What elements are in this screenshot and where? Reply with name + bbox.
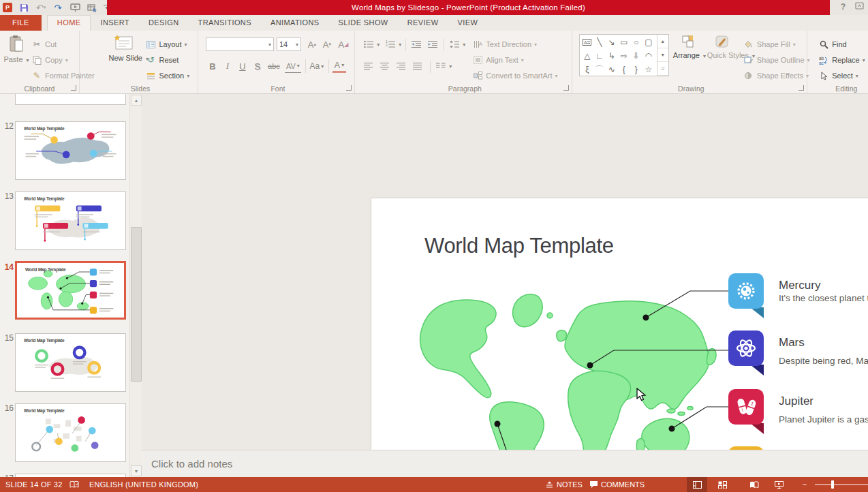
reset-button[interactable]: ↺Reset [145,53,179,67]
callout-name-mercury[interactable]: Mercury [779,279,820,292]
mercury-bubble-icon[interactable] [727,273,766,320]
tab-review[interactable]: REVIEW [398,15,448,31]
zoom-slider-track[interactable] [815,485,868,485]
language-indicator[interactable]: ENGLISH (UNITED KINGDOM) [89,477,198,492]
underline-button[interactable]: U [237,59,248,73]
notes-pane[interactable]: Click to add notes [142,450,868,477]
shape-left-brace[interactable]: { [618,63,630,76]
align-left-button[interactable] [363,59,374,73]
align-text-button[interactable]: Align Text▾ [472,53,524,67]
shapes-scroll-up-icon[interactable]: ▲ [657,35,668,48]
align-center-button[interactable] [379,59,390,73]
tab-home[interactable]: HOME [47,15,91,31]
spellcheck-button[interactable] [69,477,79,492]
bold-button[interactable]: B [207,59,218,73]
quick-styles-button[interactable]: Quick Styles [707,33,737,61]
paragraph-dialog-launcher[interactable] [563,85,569,91]
undo-icon[interactable]: ↶▾ [35,2,46,13]
change-case-button[interactable]: Aa [309,59,324,73]
shape-line[interactable]: ╲ [593,35,606,49]
comments-toggle-button[interactable]: COMMENTS [589,477,645,492]
line-spacing-button[interactable]: ▾ [449,37,465,51]
columns-button[interactable]: ▾ [435,59,452,73]
shapes-gallery-more-icon[interactable]: ⍗ [657,62,668,76]
shape-rectangle[interactable]: ▭ [618,35,630,49]
font-name-select[interactable]: ▾ [206,37,274,51]
bullets-button[interactable]: ▾ [363,37,379,51]
reading-view-button[interactable] [744,477,764,492]
convert-smartart-button[interactable]: Convert to SmartArt▾ [472,69,557,82]
decrease-font-icon[interactable]: A▾ [320,37,334,51]
shape-outline-button[interactable]: Shape Outline▾ [743,53,810,67]
panel-scrollbar-thumb[interactable] [131,227,142,382]
thumbnail-slide-14-selected[interactable]: World Map Template [15,261,126,320]
slide-counter[interactable]: SLIDE 14 OF 32 [5,477,63,492]
shape-rounded-rectangle[interactable]: ▢ [642,35,655,49]
shapes-scroll-down-icon[interactable]: ▼ [657,48,668,62]
find-button[interactable]: Find [818,37,846,51]
shape-triangle[interactable]: △ [581,49,593,63]
thumbnail-slide-16[interactable]: World Map Template [15,403,126,462]
shape-arrow[interactable]: ↘ [606,35,618,49]
thumbnail-slide-12[interactable]: World Map Template [15,121,126,180]
shape-ellipse[interactable]: ○ [630,35,642,49]
notes-placeholder[interactable]: Click to add notes [151,458,232,470]
new-slide-button[interactable]: New Slide [108,33,138,63]
paste-button[interactable]: Paste [1,33,31,65]
decrease-indent-button[interactable] [411,37,422,51]
callout-name-mars[interactable]: Mars [779,336,805,350]
zoom-slider-thumb[interactable] [831,480,834,489]
shape-elbow-connector[interactable]: ∟ [593,49,606,63]
shape-arc[interactable]: ⌒ [593,63,606,76]
notes-toggle-button[interactable]: NOTES [545,477,583,492]
italic-button[interactable]: I [222,59,233,73]
callout-desc-jupiter[interactable]: Planet Jupiter is a gas giant [779,414,868,426]
shape-right-brace[interactable]: } [630,63,642,76]
tab-slideshow[interactable]: SLIDE SHOW [329,15,398,31]
slideshow-view-button[interactable] [769,477,789,492]
drawing-dialog-launcher[interactable] [799,85,804,91]
slide-canvas[interactable]: World Map Template [371,198,868,492]
tab-design[interactable]: DESIGN [139,15,189,31]
tab-view[interactable]: VIEW [448,15,487,31]
shape-elbow-arrow[interactable]: ↳ [606,49,618,63]
normal-view-button[interactable] [687,477,707,492]
shape-fill-button[interactable]: Shape Fill▾ [743,37,796,51]
thumbnail-slide-13[interactable]: World Map Template [15,191,126,250]
section-button[interactable]: Section▾ [145,69,189,82]
help-icon[interactable]: ? [841,2,846,12]
shape-textbox[interactable]: A [581,35,593,49]
layout-button[interactable]: Layout▾ [145,37,187,51]
shape-effects-button[interactable]: Shape Effects▾ [743,69,809,82]
slide-sorter-view-button[interactable] [712,477,732,492]
tab-file[interactable]: FILE [0,15,42,31]
clipboard-dialog-launcher[interactable] [71,85,76,91]
ribbon-display-options-icon[interactable] [855,2,864,12]
scroll-down-icon[interactable]: ▼ [131,465,142,476]
zoom-out-button[interactable]: − [799,477,811,492]
increase-indent-button[interactable] [427,37,438,51]
tab-animations[interactable]: ANIMATIONS [261,15,329,31]
font-color-button[interactable]: A [332,59,346,73]
replace-button[interactable]: abac Replace▾ [818,53,865,67]
increase-font-icon[interactable]: A▴ [305,37,319,51]
clear-formatting-icon[interactable]: A◢ [337,37,350,51]
numbering-button[interactable]: 12▾ [385,37,401,51]
jupiter-bubble-icon[interactable]: I 1 [727,389,766,435]
shape-curve[interactable]: ∿ [606,63,618,76]
justify-button[interactable] [412,59,423,73]
start-slideshow-icon[interactable] [69,2,80,13]
thumbnail-slide-11-partial[interactable] [15,94,126,105]
copy-button[interactable]: Copy▾ [31,53,68,67]
redo-icon[interactable]: ↷ [52,2,63,13]
shape-star[interactable]: ☆ [642,63,655,76]
mars-bubble-icon[interactable] [727,330,766,377]
thumbnail-slide-15[interactable]: World Map Template [15,333,126,392]
tab-transitions[interactable]: TRANSITIONS [189,15,261,31]
shape-right-arrow[interactable]: ⇨ [618,49,630,63]
strikethrough-button[interactable]: abc [266,59,282,73]
panel-scrollbar[interactable]: ▲ ▼ [129,94,142,477]
shape-scribble[interactable]: ξ [581,63,593,76]
callout-desc-mercury[interactable]: It's the closest planet to the Sun [779,292,868,305]
tab-insert[interactable]: INSERT [91,15,139,31]
